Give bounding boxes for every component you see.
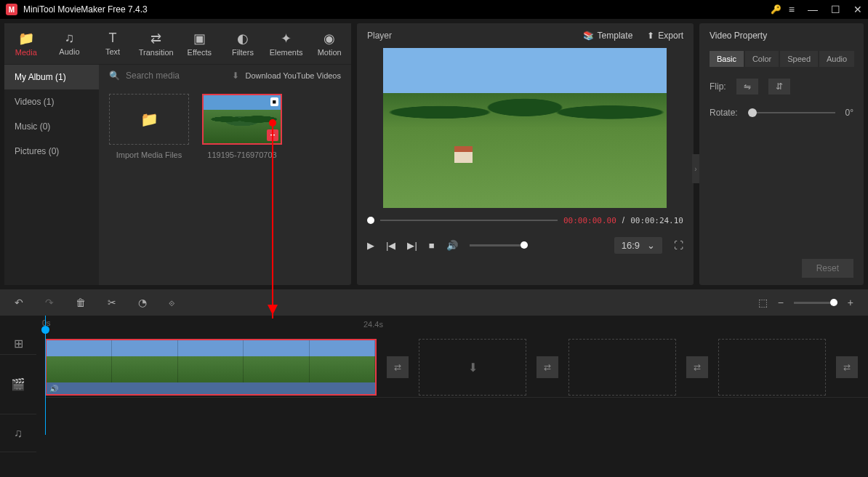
search-input[interactable]: Search media <box>126 71 226 81</box>
tab-effects[interactable]: ▣Effects <box>178 28 222 60</box>
stop-button[interactable]: ■ <box>429 240 435 251</box>
split-button[interactable]: ✂ <box>108 297 116 308</box>
speed-button[interactable]: ◔ <box>138 297 147 308</box>
prev-frame-button[interactable]: |◀ <box>386 240 395 251</box>
magnet-icon[interactable]: ⬚ <box>758 297 768 308</box>
aspect-ratio-select[interactable]: 16:9⌄ <box>614 237 662 254</box>
properties-title: Video Property <box>710 31 853 41</box>
prop-tab-audio[interactable]: Audio <box>819 51 854 67</box>
sidebar-item-album[interactable]: My Album (1) <box>4 65 99 89</box>
close-button[interactable]: ✕ <box>853 4 862 15</box>
volume-slider[interactable] <box>470 244 528 246</box>
empty-clip-slot[interactable] <box>568 339 676 396</box>
transition-slot[interactable]: ⇄ <box>537 356 558 378</box>
sidebar-item-pictures[interactable]: Pictures (0) <box>4 139 99 164</box>
search-icon: 🔍 <box>109 71 120 81</box>
minimize-button[interactable]: — <box>808 4 818 15</box>
undo-button[interactable]: ↶ <box>15 297 23 308</box>
video-badge-icon: ■ <box>270 97 278 106</box>
player-title: Player <box>367 31 392 41</box>
export-button[interactable]: ⬆Export <box>647 31 683 41</box>
rotate-slider[interactable] <box>748 112 835 113</box>
media-panel: 📁Media ♫Audio TText ⇄Transition ▣Effects… <box>4 23 351 285</box>
transition-icon: ⇄ <box>134 31 178 47</box>
flip-horizontal-button[interactable]: ⇋ <box>736 79 758 95</box>
media-sidebar: My Album (1) Videos (1) Music (0) Pictur… <box>4 65 99 285</box>
text-icon: T <box>91 31 134 46</box>
template-icon: 📚 <box>583 31 594 41</box>
elements-icon: ✦ <box>265 31 308 47</box>
zoom-slider[interactable] <box>794 302 837 304</box>
maximize-button[interactable]: ☐ <box>831 4 840 15</box>
empty-clip-slot[interactable]: ⬇ <box>419 339 526 396</box>
properties-panel: › Video Property Basic Color Speed Audio… <box>699 23 864 285</box>
flip-label: Flip: <box>710 81 726 92</box>
tab-text[interactable]: TText <box>91 28 134 60</box>
download-youtube-link[interactable]: Download YouTube Videos <box>245 71 341 80</box>
sidebar-item-videos[interactable]: Videos (1) <box>4 89 99 114</box>
tab-media[interactable]: 📁Media <box>4 28 48 60</box>
reset-button[interactable]: Reset <box>802 259 853 278</box>
import-media-tile[interactable]: 📁 Import Media Files <box>109 94 189 159</box>
playhead[interactable] <box>45 316 46 435</box>
add-to-timeline-button[interactable]: + <box>267 129 278 141</box>
redo-button[interactable]: ↷ <box>45 297 54 308</box>
panel-expand-handle[interactable]: › <box>692 154 699 183</box>
timeline-toolbar: ↶ ↷ 🗑 ✂ ◔ ⟐ ⬚ − + <box>0 289 868 316</box>
scrub-handle[interactable] <box>367 217 374 224</box>
audio-track-icon: ♫ <box>0 414 36 452</box>
effects-icon: ▣ <box>178 31 222 47</box>
menu-icon[interactable]: ≡ <box>789 4 795 15</box>
folder-icon: 📁 <box>4 31 48 47</box>
volume-icon[interactable]: 🔊 <box>446 240 458 251</box>
next-frame-button[interactable]: ▶| <box>407 240 417 251</box>
clip-name: 119195-716970703 <box>202 151 282 159</box>
player-panel: Player 📚Template ⬆Export 00:00:00.00 / 0… <box>357 23 694 285</box>
titlebar: M MiniTool MovieMaker Free 7.4.3 🔑 ≡ — ☐… <box>0 0 868 19</box>
total-time: 00:00:24.10 <box>630 216 683 225</box>
app-title: MiniTool MovieMaker Free 7.4.3 <box>23 4 771 15</box>
tab-elements[interactable]: ✦Elements <box>265 28 308 60</box>
download-icon: ⬇ <box>232 71 239 81</box>
main-tabs: 📁Media ♫Audio TText ⇄Transition ▣Effects… <box>4 23 351 65</box>
motion-icon: ◉ <box>308 31 351 47</box>
scrub-bar[interactable] <box>380 220 558 221</box>
tab-audio[interactable]: ♫Audio <box>48 28 92 60</box>
music-icon: ♫ <box>48 31 92 46</box>
timeline-ruler[interactable]: 0s 24.4s <box>0 316 868 333</box>
prop-tab-basic[interactable]: Basic <box>710 51 744 67</box>
clip-thumbnail: ■ + <box>202 94 282 145</box>
transition-slot[interactable]: ⇄ <box>836 356 858 378</box>
rotate-value: 0° <box>845 108 853 118</box>
timeline: 0s 24.4s ⊞ 🎬 ♫ 🔊 ⇄ ⬇ ⇄ ⇄ ⇄ <box>0 316 868 435</box>
prop-tab-speed[interactable]: Speed <box>780 51 818 67</box>
add-track-button[interactable]: ⊞ <box>0 333 36 355</box>
tab-filters[interactable]: ◐Filters <box>221 28 265 60</box>
app-logo: M <box>6 4 17 15</box>
zoom-out-button[interactable]: − <box>778 297 784 308</box>
delete-button[interactable]: 🗑 <box>76 297 86 308</box>
sidebar-item-music[interactable]: Music (0) <box>4 114 99 139</box>
speaker-icon: 🔊 <box>49 385 58 393</box>
filters-icon: ◐ <box>221 31 265 47</box>
audio-track[interactable] <box>45 397 868 435</box>
template-button[interactable]: 📚Template <box>583 31 633 41</box>
fullscreen-button[interactable]: ⛶ <box>674 240 683 251</box>
prop-tab-color[interactable]: Color <box>745 51 779 67</box>
flip-vertical-button[interactable]: ⇵ <box>768 79 790 95</box>
crop-button[interactable]: ⟐ <box>169 297 174 308</box>
upgrade-key-icon[interactable]: 🔑 <box>771 4 781 15</box>
video-preview[interactable] <box>383 48 667 208</box>
zoom-in-button[interactable]: + <box>848 297 853 308</box>
transition-slot[interactable]: ⇄ <box>686 356 708 378</box>
timeline-clip[interactable]: 🔊 <box>45 339 377 396</box>
transition-slot[interactable]: ⇄ <box>387 356 409 378</box>
tab-transition[interactable]: ⇄Transition <box>134 28 178 60</box>
tab-motion[interactable]: ◉Motion <box>308 28 351 60</box>
rotate-label: Rotate: <box>710 108 738 118</box>
media-clip[interactable]: ■ + 119195-716970703 <box>202 94 282 159</box>
current-time: 00:00:00.00 <box>563 216 616 225</box>
video-track[interactable]: 🔊 ⇄ ⬇ ⇄ ⇄ ⇄ <box>45 337 868 397</box>
play-button[interactable]: ▶ <box>367 240 374 251</box>
empty-clip-slot[interactable] <box>718 339 826 396</box>
